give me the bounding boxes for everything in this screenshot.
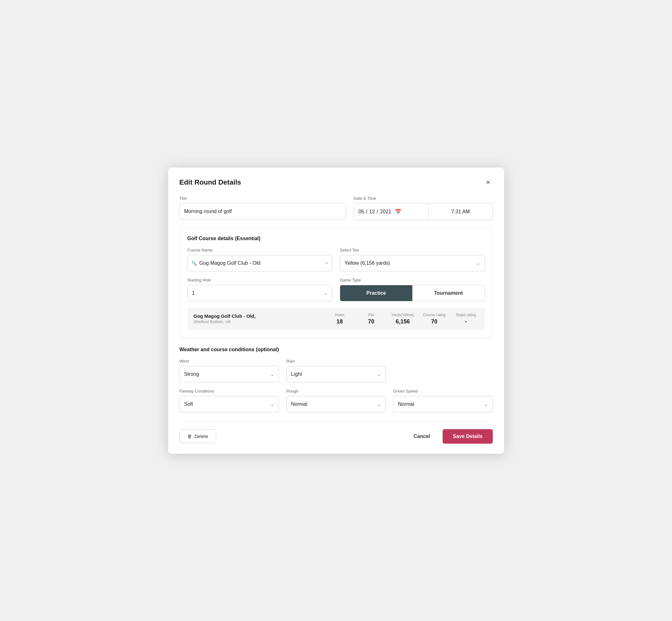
course-rating-stat: Course rating 70 bbox=[422, 313, 447, 325]
fairway-label: Fairway Conditions bbox=[179, 389, 279, 394]
chevron-down-icon: ⌄ bbox=[476, 261, 480, 266]
weather-section: Weather and course conditions (optional)… bbox=[179, 347, 493, 412]
edit-round-modal: Edit Round Details × Title Date & Time 0… bbox=[168, 168, 504, 454]
green-speed-select[interactable]: Normal ⌄ bbox=[393, 396, 493, 412]
chevron-down-icon-4: ⌄ bbox=[377, 372, 381, 377]
calendar-icon: 📅 bbox=[395, 209, 401, 215]
trash-icon: 🗑 bbox=[187, 433, 192, 439]
time-part[interactable]: 7:31 AM bbox=[429, 204, 492, 220]
select-tee-group: Select Tee Yellow (6,156 yards) ⌄ bbox=[340, 248, 485, 272]
wind-select[interactable]: Strong ⌄ bbox=[179, 366, 279, 382]
game-type-toggle: Practice Tournament bbox=[340, 285, 485, 301]
course-info-row: Gog Magog Golf Club - Old, Shelford Bott… bbox=[187, 308, 485, 330]
wind-label: Wind bbox=[179, 359, 279, 364]
course-name-input-wrap[interactable]: 🔍 Gog Magog Golf Club - Old × bbox=[187, 255, 333, 272]
footer-row: 🗑 Delete Cancel Save Details bbox=[179, 429, 493, 444]
yards-label: Yards(Yellow) bbox=[391, 313, 414, 317]
wind-rain-row: Wind Strong ⌄ Rain Light ⌄ bbox=[179, 359, 493, 382]
holes-stat: Holes 18 bbox=[327, 313, 352, 325]
select-tee-value: Yellow (6,156 yards) bbox=[344, 260, 476, 266]
par-stat: Par 70 bbox=[359, 313, 384, 325]
slope-rating-label: Slope rating bbox=[456, 313, 476, 317]
course-info-name-group: Gog Magog Golf Club - Old, Shelford Bott… bbox=[194, 313, 321, 324]
course-rating-value: 70 bbox=[431, 318, 437, 325]
game-type-group: Game Type Practice Tournament bbox=[340, 278, 485, 301]
rain-group: Rain Light ⌄ bbox=[287, 359, 386, 382]
fairway-rough-green-row: Fairway Conditions Soft ⌄ Rough Normal ⌄… bbox=[179, 389, 493, 412]
title-group: Title bbox=[179, 196, 346, 220]
course-info-location: Shelford Bottom, UK bbox=[194, 319, 321, 324]
fairway-group: Fairway Conditions Soft ⌄ bbox=[179, 389, 279, 412]
par-value: 70 bbox=[368, 318, 374, 325]
rough-value: Normal bbox=[291, 401, 377, 407]
slope-rating-stat: Slope rating - bbox=[453, 313, 478, 325]
datetime-group: Date & Time 05 / 12 / 2021 📅 7:31 AM bbox=[354, 196, 493, 220]
course-name-label: Course Name bbox=[187, 248, 333, 252]
modal-header: Edit Round Details × bbox=[179, 178, 493, 187]
cancel-button[interactable]: Cancel bbox=[407, 430, 436, 443]
green-speed-label: Green Speed bbox=[393, 389, 493, 394]
course-name-tee-row: Course Name 🔍 Gog Magog Golf Club - Old … bbox=[187, 248, 485, 272]
footer-right: Cancel Save Details bbox=[407, 429, 493, 444]
chevron-down-icon-2: ⌄ bbox=[324, 291, 328, 296]
select-tee-label: Select Tee bbox=[340, 248, 485, 252]
chevron-down-icon-3: ⌄ bbox=[270, 372, 274, 377]
fairway-select[interactable]: Soft ⌄ bbox=[179, 396, 279, 412]
course-rating-label: Course rating bbox=[423, 313, 446, 317]
starting-hole-gametype-row: Starting Hole 1 ⌄ Game Type Practice Tou… bbox=[187, 278, 485, 301]
delete-label: Delete bbox=[195, 433, 208, 439]
date-sep1: / bbox=[366, 209, 367, 215]
modal-title: Edit Round Details bbox=[179, 178, 241, 187]
course-section-title: Golf Course details (Essential) bbox=[187, 236, 485, 241]
close-button[interactable]: × bbox=[484, 178, 493, 187]
chevron-down-icon-7: ⌄ bbox=[484, 402, 488, 407]
rough-select[interactable]: Normal ⌄ bbox=[287, 396, 386, 412]
title-label: Title bbox=[179, 196, 346, 201]
starting-hole-group: Starting Hole 1 ⌄ bbox=[187, 278, 333, 301]
select-tee-input[interactable]: Yellow (6,156 yards) ⌄ bbox=[340, 255, 485, 272]
date-day: 12 bbox=[369, 209, 375, 215]
footer-divider bbox=[179, 421, 493, 422]
course-section: Golf Course details (Essential) Course N… bbox=[179, 228, 493, 338]
date-month: 05 bbox=[359, 209, 364, 215]
course-name-group: Course Name 🔍 Gog Magog Golf Club - Old … bbox=[187, 248, 333, 272]
yards-stat: Yards(Yellow) 6,156 bbox=[390, 313, 416, 325]
clear-icon[interactable]: × bbox=[325, 260, 328, 266]
save-button[interactable]: Save Details bbox=[443, 429, 493, 444]
par-label: Par bbox=[368, 313, 374, 317]
rain-select[interactable]: Light ⌄ bbox=[287, 366, 386, 382]
rain-label: Rain bbox=[287, 359, 386, 364]
rough-group: Rough Normal ⌄ bbox=[287, 389, 386, 412]
game-type-label: Game Type bbox=[340, 278, 485, 282]
fairway-value: Soft bbox=[184, 401, 270, 407]
top-row: Title Date & Time 05 / 12 / 2021 📅 7:31 … bbox=[179, 196, 493, 220]
date-sep2: / bbox=[377, 209, 378, 215]
starting-hole-select[interactable]: 1 ⌄ bbox=[187, 285, 333, 301]
yards-value: 6,156 bbox=[395, 318, 410, 325]
date-year: 2021 bbox=[380, 209, 391, 215]
slope-rating-value: - bbox=[465, 318, 467, 325]
datetime-label: Date & Time bbox=[354, 196, 493, 201]
time-value: 7:31 AM bbox=[451, 209, 470, 215]
chevron-down-icon-5: ⌄ bbox=[270, 402, 274, 407]
tournament-button[interactable]: Tournament bbox=[412, 285, 485, 301]
delete-button[interactable]: 🗑 Delete bbox=[179, 429, 216, 443]
starting-hole-label: Starting Hole bbox=[187, 278, 333, 282]
datetime-inputs: 05 / 12 / 2021 📅 7:31 AM bbox=[354, 203, 493, 220]
practice-button[interactable]: Practice bbox=[340, 285, 412, 301]
chevron-down-icon-6: ⌄ bbox=[377, 402, 381, 407]
course-info-name: Gog Magog Golf Club - Old, bbox=[194, 313, 321, 319]
title-input[interactable] bbox=[179, 203, 346, 220]
weather-title: Weather and course conditions (optional) bbox=[179, 347, 493, 353]
wind-value: Strong bbox=[184, 371, 270, 377]
rain-value: Light bbox=[291, 371, 377, 377]
rough-label: Rough bbox=[287, 389, 386, 394]
course-name-value: Gog Magog Golf Club - Old bbox=[199, 260, 325, 266]
green-speed-group: Green Speed Normal ⌄ bbox=[393, 389, 493, 412]
starting-hole-value: 1 bbox=[192, 290, 324, 296]
wind-group: Wind Strong ⌄ bbox=[179, 359, 279, 382]
holes-value: 18 bbox=[336, 318, 343, 325]
date-part[interactable]: 05 / 12 / 2021 📅 bbox=[354, 204, 429, 220]
search-icon: 🔍 bbox=[192, 261, 197, 266]
green-speed-value: Normal bbox=[398, 401, 484, 407]
